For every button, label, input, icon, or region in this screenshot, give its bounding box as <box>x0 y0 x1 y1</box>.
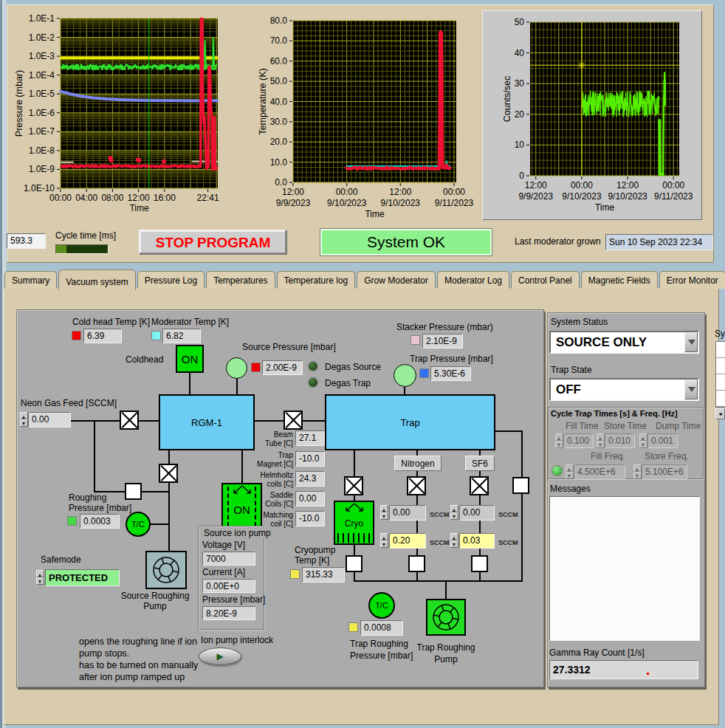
system-ok-text: System OK <box>367 233 445 251</box>
nitrogen-label: Nitrogen <box>401 459 434 469</box>
trap-magnet-label: Trap Magnet [C] <box>244 451 293 469</box>
messages-box[interactable] <box>549 496 700 641</box>
dump-time-input[interactable]: 0.001 <box>647 433 678 448</box>
n2-actual-stepper[interactable] <box>380 533 388 549</box>
nitrogen-button[interactable]: Nitrogen <box>394 456 441 471</box>
tab-control-panel[interactable]: Control Panel <box>511 271 580 289</box>
sf6-actual-input[interactable]: 0.03 <box>459 533 495 549</box>
cryo-rough-valve[interactable] <box>346 555 362 572</box>
n2-setpoint-unit: SCCM <box>430 509 450 520</box>
sip-voltage-label: Voltage [V] <box>202 540 245 550</box>
pipe <box>521 494 523 582</box>
edge-scroll-left-button[interactable]: ◄ <box>715 408 725 419</box>
safemode-value[interactable]: PROTECTED <box>45 569 120 586</box>
svg-text:00:00: 00:00 <box>336 187 358 197</box>
pipe <box>255 420 284 422</box>
interlock-note: opens the roughing line if ion pump stop… <box>79 636 198 683</box>
degas-trap-label: Degas Trap <box>325 378 371 388</box>
neon-inlet-valve[interactable] <box>120 411 139 430</box>
rgm1-label: RGM-1 <box>191 417 222 428</box>
system-status-dropdown[interactable]: SOURCE ONLY <box>549 331 699 354</box>
store-time-input[interactable]: 0.010 <box>605 433 635 448</box>
store-time-stepper[interactable] <box>597 433 605 449</box>
beamline-valve[interactable] <box>284 411 303 430</box>
neon-feed-stepper[interactable] <box>20 412 28 427</box>
trap-gauge-icon <box>394 364 416 387</box>
source-roughing-valve[interactable] <box>159 464 178 483</box>
sip-voltage-value: 7000 <box>202 552 255 566</box>
sf6-setpoint-stepper[interactable] <box>450 505 458 521</box>
fill-time-input[interactable]: 0.100 <box>563 433 594 448</box>
dump-time-stepper[interactable] <box>639 433 647 449</box>
sf6-label: SF6 <box>472 459 488 469</box>
trap-roughing-pump[interactable] <box>426 599 466 636</box>
cryo-fins-icon <box>337 533 371 543</box>
tab-summary[interactable]: Summary <box>4 271 57 289</box>
tab-temperature-log[interactable]: Temperature log <box>277 271 356 289</box>
svg-text:12:00: 12:00 <box>128 193 150 203</box>
stop-program-button[interactable]: STOP PROGRAM <box>139 230 287 255</box>
trap-magnet-value: -10.0 <box>295 451 325 467</box>
tab-magnetic-fields[interactable]: Magnetic Fields <box>581 271 658 289</box>
edge-panel-label: Sy <box>715 329 725 339</box>
cursor-dot <box>647 673 649 675</box>
sf6-setpoint-input[interactable]: 0.00 <box>459 505 495 521</box>
svg-text:1.0E-10: 1.0E-10 <box>24 183 55 193</box>
pipe <box>354 450 355 477</box>
tc-gauge-trap: T/C <box>368 592 395 619</box>
svg-text:1.0E-3: 1.0E-3 <box>29 51 55 61</box>
arrow-left-icon: ◄ <box>718 411 723 416</box>
source-ion-pump-box[interactable]: ON <box>221 483 262 530</box>
tab-grow-moderator[interactable]: Grow Moderator <box>357 271 436 289</box>
safemode-stepper[interactable] <box>36 570 44 586</box>
trap-vent-valve[interactable] <box>512 477 529 494</box>
n2-actual-unit: SCCM <box>430 538 450 548</box>
beam-tube-value: 27.1 <box>295 430 325 446</box>
store-freq-input[interactable]: 5.100E+6 <box>642 464 687 479</box>
tab-moderator-log[interactable]: Moderator Log <box>437 271 509 289</box>
svg-text:0.0: 0.0 <box>275 177 287 188</box>
stacker-pressure-value: 2.10E-9 <box>422 334 463 348</box>
vacuum-control-window: 1.0E-11.0E-21.0E-31.0E-41.0E-51.0E-61.0E… <box>0 0 725 728</box>
source-roughing-pump[interactable] <box>145 551 187 589</box>
sf6-rough-valve[interactable] <box>471 555 488 572</box>
trap-state-dropdown[interactable]: OFF <box>549 378 699 401</box>
svg-text:40: 40 <box>515 48 525 58</box>
tab-error-monitor[interactable]: Error Monitor <box>659 271 725 289</box>
n2-actual-input[interactable]: 0.20 <box>389 533 426 549</box>
fill-freq-stepper[interactable] <box>566 464 574 480</box>
store-freq-stepper[interactable] <box>633 464 642 480</box>
nitrogen-valve[interactable] <box>407 476 426 495</box>
tab-vacuum-system[interactable]: Vacuum system <box>58 269 135 290</box>
svg-text:1.0E-8: 1.0E-8 <box>29 145 55 156</box>
edge-listbox[interactable] <box>715 341 725 408</box>
system-status-dropdown-arrow[interactable] <box>684 332 698 352</box>
tab-pressure-log[interactable]: Pressure Log <box>137 271 205 289</box>
n2-setpoint-input[interactable]: 0.00 <box>389 505 426 521</box>
svg-text:20: 20 <box>515 109 525 120</box>
fill-time-stepper[interactable] <box>555 433 563 449</box>
sf6-valve[interactable] <box>470 476 489 495</box>
svg-text:1.0E-9: 1.0E-9 <box>29 164 55 174</box>
fill-freq-input[interactable]: 4.500E+6 <box>574 464 625 479</box>
coldhead-on-button[interactable]: ON <box>176 345 204 373</box>
svg-text:40.0: 40.0 <box>270 97 288 107</box>
nitrogen-rough-valve[interactable] <box>408 555 425 572</box>
sf6-actual-stepper[interactable] <box>450 533 458 549</box>
trap-state-dropdown-arrow[interactable] <box>684 380 698 399</box>
coldhead-label: Coldhead <box>126 354 163 365</box>
cryo-valve[interactable] <box>344 476 363 495</box>
degas-trap-led[interactable] <box>307 377 319 388</box>
ion-pump-arrows-icon <box>227 485 257 495</box>
trap-roughing-pump-label: Trap Roughing Pump <box>413 642 478 665</box>
svg-text:0: 0 <box>519 171 524 181</box>
n2-setpoint-stepper[interactable] <box>380 505 388 521</box>
degas-source-led[interactable] <box>307 360 319 372</box>
cryo-pump-box[interactable]: Cryo <box>334 501 374 545</box>
neon-feed-input[interactable]: 0.00 <box>28 412 71 427</box>
tc-gauge-source: T/C <box>126 512 151 537</box>
tab-temperatures[interactable]: Temperatures <box>206 271 275 289</box>
sf6-button[interactable]: SF6 <box>465 456 495 471</box>
ion-pump-interlock-button[interactable]: ▶ <box>199 648 241 665</box>
safemode-label: Safemode <box>41 554 81 565</box>
